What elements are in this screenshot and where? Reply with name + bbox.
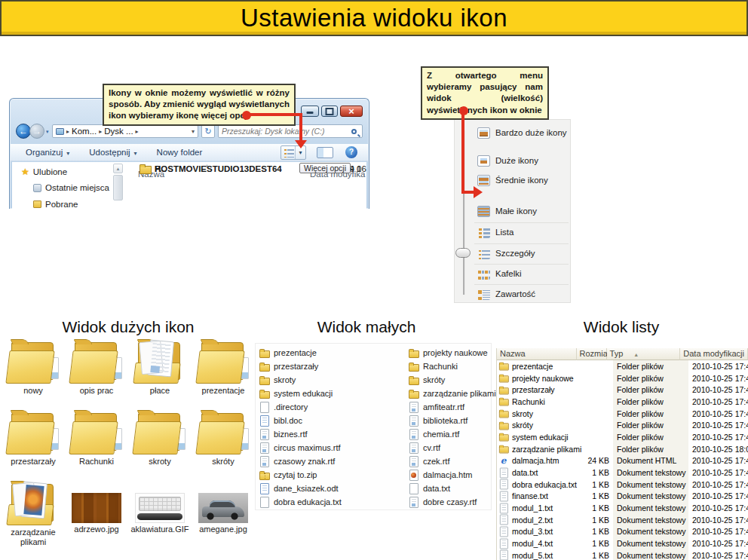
large-icon-item[interactable]: płace [128,341,192,412]
share-button[interactable]: Udostępnij [89,148,136,157]
table-row[interactable]: modul_4.txt 1 KB Dokument tekstowy 2010-… [497,537,748,549]
large-icon-item[interactable]: skróty [192,412,255,482]
refresh-button[interactable]: ↻ [201,124,215,138]
file-type-icon [498,538,510,549]
recent-places-icon [33,184,41,192]
close-button[interactable] [340,106,363,117]
view-menu-item[interactable]: Małe ikony [477,203,569,219]
table-row[interactable]: modul_2.txt 1 KB Dokument tekstowy 2010-… [497,514,748,526]
small-icon-item[interactable]: bibl.doc [259,414,342,427]
large-icon-item[interactable]: przestarzały [2,412,65,482]
small-icon-item[interactable]: data.txt [408,482,496,495]
small-icon-item[interactable]: czek.rtf [408,454,496,468]
table-row[interactable]: projekty naukowe Folder plików 2010-10-2… [497,372,748,384]
view-menu-item[interactable]: Średnie ikony [477,173,569,188]
table-row[interactable]: prezentacje Folder plików 2010-10-25 17:… [497,360,748,372]
breadcrumb-item-computer[interactable]: Kom... [72,127,97,136]
small-icon-item[interactable]: chemia.rtf [408,427,496,441]
view-menu-item[interactable]: Duże ikony [477,153,569,168]
new-folder-button[interactable]: Nowy folder [157,148,203,157]
small-icon-item[interactable]: dobra edukacja.txt [259,495,342,509]
small-icon-item[interactable]: amfiteatr.rtf [408,400,496,414]
small-icon-item[interactable]: system edukacji [259,387,342,400]
sidebar-item-downloads[interactable]: Pobrane [33,200,78,209]
back-button[interactable]: ← [16,124,31,139]
view-menu-item[interactable]: Kafelki [477,266,569,281]
view-menu-item[interactable]: Szczegóły [477,246,569,261]
table-row[interactable]: data.txt 1 KB Dokument tekstowy 2010-10-… [497,467,748,479]
small-icon-item[interactable]: skróty [408,373,496,387]
small-icon-item[interactable]: .directory [259,400,342,414]
small-icon-item[interactable]: Rachunki [408,360,496,373]
small-icon-item[interactable]: cv.rtf [408,441,496,454]
item-label: bibl.doc [274,416,302,425]
slider-handle[interactable] [455,248,471,258]
large-icon-item[interactable]: amegane.jpg [192,482,255,553]
preview-pane-button[interactable] [317,147,333,158]
computer-icon [56,128,64,135]
item-label: projekty naukowe [423,348,488,357]
small-icon-item[interactable]: czytaj to.zip [259,468,342,482]
table-row[interactable]: modul_3.txt 1 KB Dokument tekstowy 2010-… [497,526,748,538]
view-menu-item[interactable]: Lista [477,225,569,240]
small-icon-item[interactable]: czasowy znak.rtf [259,454,342,468]
large-icon-item[interactable]: zarządzanie plikami [2,482,65,553]
small-icon-item[interactable]: przestarzały [259,360,342,373]
large-icon-item[interactable]: Rachunki [65,412,128,482]
large-icon-item[interactable]: opis prac [65,341,128,412]
search-input[interactable] [219,127,351,136]
breadcrumb-separator: ▸ [99,128,102,135]
search-box[interactable] [218,124,363,138]
help-button[interactable]: ? [345,146,357,158]
table-row[interactable]: finanse.txt 1 KB Dokument tekstowy 2010-… [497,491,748,503]
large-icon-item[interactable]: aklawiatura.GIF [128,482,192,553]
breadcrumb-item-disk[interactable]: Dysk ... [104,127,133,136]
column-header-name[interactable]: Nazwa [497,348,577,360]
small-icon-item[interactable]: circus maximus.rtf [259,441,342,454]
table-row[interactable]: modul_1.txt 1 KB Dokument tekstowy 2010-… [497,502,748,514]
small-icon-item[interactable]: biblioteka.rtf [408,414,496,427]
minimize-button[interactable] [301,106,319,117]
forward-button[interactable]: → [29,124,44,139]
table-row[interactable]: skroty Folder plików 2010-10-25 17:43 [497,408,748,420]
recent-pages-chevron-icon[interactable]: ▾ [46,129,49,135]
column-header-date[interactable]: Data modyfikacji [680,348,748,360]
file-type-icon [498,479,510,490]
large-icon-item[interactable]: skroty [128,412,192,482]
large-icon-item[interactable]: adrzewo.jpg [65,482,128,553]
item-label: dobra edukacja.txt [274,497,342,506]
large-icon-item[interactable]: nowy [2,341,65,412]
maximize-button[interactable] [321,106,338,117]
scrollbar-up-button[interactable]: ▲ [113,164,123,173]
scrollbar-thumb[interactable] [113,175,123,200]
small-icon-item[interactable]: dobre czasy.rtf [408,495,496,509]
view-menu-item-label: Średnie ikony [495,176,548,185]
view-menu-item[interactable]: Bardzo duże ikony [477,125,569,140]
table-row[interactable]: dobra edukacja.txt 1 KB Dokument tekstow… [497,479,748,491]
table-row[interactable]: skróty Folder plików 2010-10-25 17:43 [497,419,748,431]
breadcrumb[interactable]: ▸ Kom... ▸ Dysk ... ▸ ▾ [52,124,198,138]
view-menu-item[interactable]: Zawartość [477,286,569,301]
table-row[interactable]: Rachunki Folder plików 2010-10-25 17:43 [497,396,748,408]
view-mode-icon [477,289,490,300]
sidebar-item-recent-places[interactable]: Ostatnie miejsca [33,183,109,192]
small-icon-item[interactable]: zarządzanie plikami [408,387,496,400]
column-header-size[interactable]: Rozmiar [577,348,607,360]
organize-button[interactable]: Organizuj [26,148,69,157]
small-icon-item[interactable]: prezentacje [259,346,342,360]
column-header-type[interactable]: Typ▲ [607,348,681,360]
table-row[interactable]: zarządzanie plikami Folder plików 2010-1… [497,443,748,455]
small-icon-item[interactable]: biznes.rtf [259,427,342,441]
small-icon-item[interactable]: projekty naukowe [408,346,496,360]
table-row[interactable]: przestarzały Folder plików 2010-10-25 17… [497,384,748,396]
large-icon-item[interactable]: prezentacje [192,341,255,412]
small-icon-item[interactable]: skroty [259,373,342,387]
item-icon [408,347,420,359]
sidebar-item-favorites[interactable]: ★ Ulubione [21,167,67,177]
address-dropdown-icon[interactable]: ▾ [192,128,195,135]
table-row[interactable]: modul_5.txt 1 KB Dokument tekstowy 2010-… [497,549,748,560]
table-row[interactable]: system edukacji Folder plików 2010-10-25… [497,431,748,443]
small-icon-item[interactable]: dane_ksiazek.odt [259,482,342,495]
table-row[interactable]: dalmacja.htm 24 KB Dokument HTML 2010-10… [497,455,748,467]
small-icon-item[interactable]: dalmacja.htm [408,468,496,482]
